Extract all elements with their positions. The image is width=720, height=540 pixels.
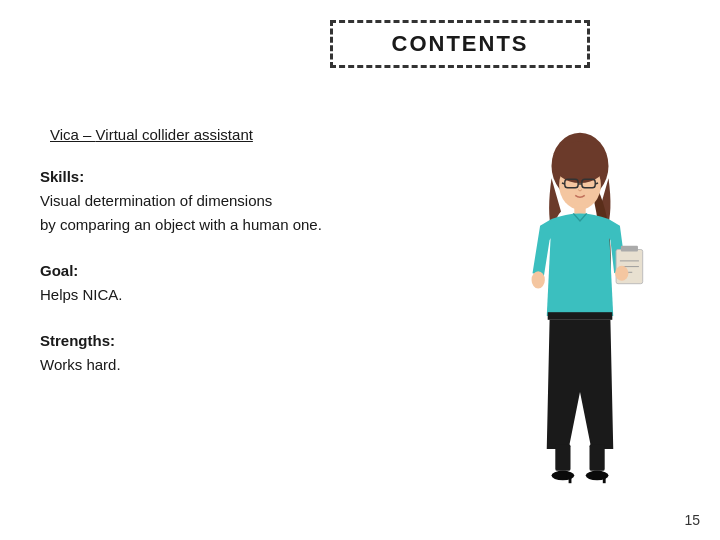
strengths-line-1: Works hard. xyxy=(40,353,450,377)
skills-line-2: by comparing an object with a human one. xyxy=(40,213,450,237)
svg-rect-16 xyxy=(548,312,613,320)
skills-line-1: Visual determination of dimensions xyxy=(40,189,450,213)
skills-section: Skills: Visual determination of dimensio… xyxy=(40,165,450,237)
vica-section: Vica – Virtual collider assistant xyxy=(40,126,450,143)
svg-rect-11 xyxy=(621,246,638,252)
goal-heading: Goal: xyxy=(40,262,78,279)
svg-rect-23 xyxy=(569,474,572,484)
page-title: CONTENTS xyxy=(392,31,529,56)
title-box: CONTENTS xyxy=(330,20,590,68)
content-area: Vica – Virtual collider assistant Skills… xyxy=(30,126,690,506)
svg-rect-18 xyxy=(590,444,605,471)
skills-heading: Skills: xyxy=(40,168,84,185)
goal-line-1: Helps NICA. xyxy=(40,283,450,307)
svg-point-9 xyxy=(532,271,545,288)
svg-line-6 xyxy=(562,183,565,184)
strengths-heading: Strengths: xyxy=(40,332,115,349)
vica-prefix: Vica – xyxy=(50,126,96,143)
page-number: 15 xyxy=(684,512,700,528)
svg-rect-20 xyxy=(559,471,567,479)
svg-rect-22 xyxy=(593,471,601,479)
svg-point-15 xyxy=(615,266,628,281)
svg-point-2 xyxy=(553,141,606,183)
strengths-section: Strengths: Works hard. xyxy=(40,329,450,377)
svg-line-7 xyxy=(595,183,598,184)
goal-section: Goal: Helps NICA. xyxy=(40,259,450,307)
svg-rect-24 xyxy=(603,474,606,484)
figure-container xyxy=(470,126,690,506)
vica-linked-text: Virtual collider assistant xyxy=(96,126,253,143)
text-content: Vica – Virtual collider assistant Skills… xyxy=(30,126,470,399)
page-container: CONTENTS Vica – Virtual collider assista… xyxy=(0,0,720,540)
svg-rect-17 xyxy=(555,444,570,471)
woman-illustration xyxy=(490,126,670,506)
